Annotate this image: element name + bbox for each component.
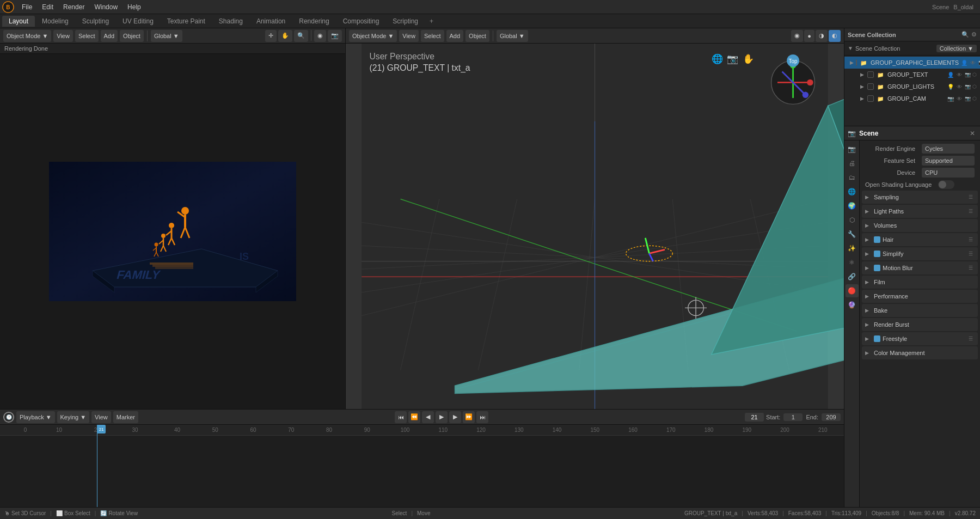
section-header-2[interactable]: ▶Volumes xyxy=(862,219,978,232)
prop-output-icon[interactable]: 🖨 xyxy=(846,157,859,170)
outliner-item-lights[interactable]: ▶ 📁 GROUP_LIGHTS 💡 👁 📷 ⬡ xyxy=(844,81,980,93)
select-btn[interactable]: Select xyxy=(75,30,99,42)
restrict-render-icon[interactable]: 📷 xyxy=(965,72,971,77)
move-tool[interactable]: ✋ xyxy=(278,30,292,42)
tab-animation[interactable]: Animation xyxy=(250,16,292,27)
edit-menu[interactable]: Edit xyxy=(38,2,58,12)
viewport-shading-solid[interactable]: ● xyxy=(804,30,814,42)
object-btn[interactable]: Object xyxy=(120,30,144,42)
viewport-mode-dropdown[interactable]: Object Mode ▼ xyxy=(349,30,397,42)
tab-uv-editing[interactable]: UV Editing xyxy=(116,16,160,27)
section-checkbox[interactable] xyxy=(874,251,880,257)
end-frame[interactable]: 209 xyxy=(822,413,841,421)
viewport-object-btn[interactable]: Object xyxy=(465,30,489,42)
object-mode-dropdown[interactable]: Object Mode ▼ xyxy=(3,30,51,42)
camera-view-btn[interactable]: 📷 xyxy=(328,30,342,42)
section-checkbox[interactable] xyxy=(874,265,880,271)
visibility-icon[interactable]: 👁 xyxy=(955,95,963,102)
section-toggle[interactable]: ☰ xyxy=(967,207,975,215)
collection-dropdown[interactable]: Collection ▼ xyxy=(936,45,977,52)
visibility-icon[interactable]: 👁 xyxy=(969,59,977,66)
section-header-1[interactable]: ▶Light Paths☰ xyxy=(862,205,978,218)
visibility-icon[interactable]: 👁 xyxy=(955,71,963,78)
play-btn[interactable]: ▶ xyxy=(436,411,448,423)
section-header-6[interactable]: ▶Film xyxy=(862,276,978,289)
add-workspace-button[interactable]: + xyxy=(425,16,438,27)
next-keyframe-btn[interactable]: ⏩ xyxy=(463,411,475,423)
jump-start-btn[interactable]: ⏮ xyxy=(395,411,407,423)
section-header-5[interactable]: ▶Motion Blur☰ xyxy=(862,261,978,274)
prop-object-icon[interactable]: ⬡ xyxy=(846,213,859,227)
viewport-3d-view[interactable]: Top 🌐 📷 ✋ User Perspective (21) GROUP_TE… xyxy=(346,44,844,409)
timeline-view[interactable]: 0 10 20 30 40 50 60 70 80 90 100 110 120… xyxy=(0,425,844,507)
outliner-item-text[interactable]: ▶ 📁 GROUP_TEXT 👤 👁 📷 ⬡ xyxy=(844,69,980,81)
viewport-overlay-toggle[interactable]: ◉ xyxy=(791,30,803,42)
section-header-8[interactable]: ▶Bake xyxy=(862,304,978,317)
restrict-render-icon[interactable]: 📷 xyxy=(965,96,971,101)
prop-material-icon[interactable]: 🔴 xyxy=(846,284,859,297)
viewport-global-btn[interactable]: Global ▼ xyxy=(497,30,528,42)
add-btn[interactable]: Add xyxy=(101,30,118,42)
section-header-4[interactable]: ▶Simplify☰ xyxy=(862,247,978,260)
viewport-view-btn[interactable]: View xyxy=(399,30,419,42)
prop-constraints-icon[interactable]: 🔗 xyxy=(846,270,859,283)
tab-compositing[interactable]: Compositing xyxy=(336,16,386,27)
restrict-select-icon[interactable]: ⬡ xyxy=(972,96,977,101)
section-header-10[interactable]: ▶Freestyle☰ xyxy=(862,332,978,345)
restrict-select-icon[interactable]: ⬡ xyxy=(972,72,977,77)
overlay-btn[interactable]: ◉ xyxy=(314,30,326,42)
view-menu[interactable]: View xyxy=(91,411,111,423)
keying-menu[interactable]: Keying ▼ xyxy=(57,411,90,423)
prop-render-icon[interactable]: 📷 xyxy=(846,143,859,156)
window-menu[interactable]: Window xyxy=(90,2,122,12)
playback-menu[interactable]: Playback ▼ xyxy=(16,411,55,423)
visibility-icon[interactable]: 👁 xyxy=(955,83,963,90)
section-toggle[interactable]: ☰ xyxy=(967,335,975,343)
tab-scripting[interactable]: Scripting xyxy=(386,16,425,27)
prop-scene-icon[interactable]: 🌐 xyxy=(846,185,859,198)
tab-modeling[interactable]: Modeling xyxy=(35,16,75,27)
restrict-render-icon[interactable]: 📷 xyxy=(965,84,971,89)
prop-world-icon[interactable]: 🌍 xyxy=(846,199,859,212)
section-header-0[interactable]: ▶Sampling☰ xyxy=(862,191,978,204)
device-dropdown[interactable]: CPU xyxy=(922,168,975,178)
step-fwd-btn[interactable]: ▶ xyxy=(449,411,461,423)
prop-view-layer-icon[interactable]: 🗂 xyxy=(846,171,859,184)
prop-shader-icon[interactable]: 🔮 xyxy=(846,298,859,312)
restrict-select-icon[interactable]: ⬡ xyxy=(972,84,977,89)
section-toggle[interactable]: ☰ xyxy=(967,250,975,258)
tab-rendering[interactable]: Rendering xyxy=(292,16,335,27)
file-menu[interactable]: File xyxy=(17,2,36,12)
section-toggle[interactable]: ☰ xyxy=(967,236,975,243)
tab-layout[interactable]: Layout xyxy=(2,16,35,27)
viewport-add-btn[interactable]: Add xyxy=(446,30,464,42)
render-view[interactable]: FAMILY IS xyxy=(0,54,345,409)
render-engine-dropdown[interactable]: Cycles xyxy=(922,144,975,154)
viewport-shading-material[interactable]: ◑ xyxy=(816,30,828,42)
section-header-3[interactable]: ▶Hair☰ xyxy=(862,233,978,246)
tab-sculpting[interactable]: Sculpting xyxy=(76,16,115,27)
view-btn[interactable]: View xyxy=(53,30,73,42)
marker-menu[interactable]: Marker xyxy=(113,411,138,423)
outliner-item-cam[interactable]: ▶ 📁 GROUP_CAM 📷 👁 📷 ⬡ xyxy=(844,93,980,105)
tab-texture-paint[interactable]: Texture Paint xyxy=(161,16,212,27)
prev-keyframe-btn[interactable]: ⏪ xyxy=(408,411,420,423)
zoom-tool[interactable]: 🔍 xyxy=(294,30,308,42)
feature-set-dropdown[interactable]: Supported xyxy=(922,156,975,166)
section-checkbox[interactable] xyxy=(874,236,880,243)
render-menu[interactable]: Render xyxy=(59,2,89,12)
outliner-settings-icon[interactable]: ⚙ xyxy=(971,31,977,38)
section-header-7[interactable]: ▶Performance xyxy=(862,290,978,303)
cursor-tool[interactable]: ✛ xyxy=(265,30,277,42)
outliner-filter-icon[interactable]: 🔍 xyxy=(961,31,969,38)
section-checkbox[interactable] xyxy=(874,335,880,342)
viewport-shading-rendered[interactable]: ◐ xyxy=(829,30,841,42)
timeline-track[interactable] xyxy=(0,436,844,468)
current-frame-display[interactable]: 21 xyxy=(745,413,764,422)
outliner-item-graphic-elements[interactable]: ▶ 📁 GROUP_GRAPHIC_ELEMENTS 👤 👁 📷 ⬡ xyxy=(844,57,980,69)
start-frame[interactable]: 1 xyxy=(783,413,803,421)
section-header-9[interactable]: ▶Render Burst xyxy=(862,318,978,331)
prop-particles-icon[interactable]: ✨ xyxy=(846,242,859,255)
prop-modifier-icon[interactable]: 🔧 xyxy=(846,228,859,241)
help-menu[interactable]: Help xyxy=(123,2,145,12)
